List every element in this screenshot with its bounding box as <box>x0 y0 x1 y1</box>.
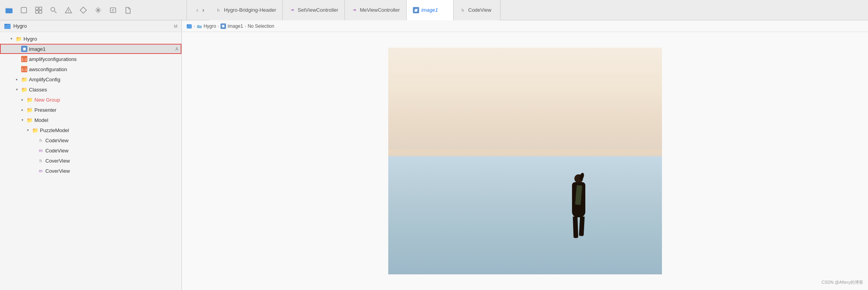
json-icon-amplify: {…} <box>21 56 27 62</box>
svg-rect-11 <box>110 8 116 13</box>
svg-line-8 <box>54 11 56 13</box>
swift-file-icon-set: ↠ <box>289 7 295 13</box>
label-coverview-m: CoverView <box>45 168 70 174</box>
sidebar-item-presenter[interactable]: 📁 Presenter <box>0 105 181 115</box>
navigation-arrows: ‹ › <box>192 6 209 14</box>
image-preview <box>388 48 662 274</box>
disclosure-classes <box>14 87 20 92</box>
sidebar-item-puzzle-model[interactable]: 📁 PuzzleModel <box>0 125 181 135</box>
svg-rect-16 <box>5 24 7 25</box>
watermark: CSDN @Aftery的博客 <box>821 279 863 285</box>
tab-setviewcontroller-label: SetViewController <box>298 7 338 13</box>
h-icon-codeview: h <box>38 137 44 143</box>
tab-meviewcontroller-label: MeViewController <box>360 7 400 13</box>
badge-icon[interactable] <box>109 6 117 14</box>
breadcrumb-item-image1: ▣ image1 <box>221 23 243 29</box>
sidebar-item-image1[interactable]: ▣ image1 A <box>0 44 181 54</box>
forward-button[interactable]: › <box>201 6 206 14</box>
breadcrumb-sep-1: › <box>194 24 195 29</box>
swift-file-icon-me: ↠ <box>351 7 357 13</box>
beach-image <box>388 48 662 274</box>
label-amplify-config: amplifyconfigurations <box>29 56 77 62</box>
svg-rect-15 <box>4 25 11 29</box>
folder-icon-presenter: 📁 <box>27 107 33 113</box>
breadcrumb-bar: › Hygro › ▣ image1 › No Selection <box>182 20 868 32</box>
folder-icon-hygro: 📁 <box>16 36 22 42</box>
tab-bar-container: ‹ › h Hygro-Bridging-Header ↠ SetViewCon… <box>187 0 863 20</box>
warning-icon[interactable] <box>64 6 73 14</box>
sparkle-icon[interactable] <box>94 6 102 14</box>
breadcrumb-label-no-selection: No Selection <box>247 23 274 29</box>
label-model: Model <box>34 117 48 123</box>
person-legs <box>573 217 584 238</box>
back-button[interactable]: ‹ <box>195 6 200 14</box>
label-puzzle-model: PuzzleModel <box>40 127 69 133</box>
project-root: Hygro <box>4 23 174 30</box>
label-aws-config: awsconfiguration <box>29 66 67 72</box>
m-icon-coverview: m <box>38 168 44 174</box>
tab-meviewcontroller[interactable]: ↠ MeViewController <box>345 0 406 20</box>
folder-icon-new-group: 📁 <box>27 97 33 103</box>
project-badge: M <box>174 24 178 29</box>
sidebar-item-codeview-h[interactable]: h CodeView <box>0 135 181 145</box>
diamond-icon[interactable] <box>79 6 88 14</box>
disclosure-hygro <box>9 36 14 41</box>
tab-bridging-header[interactable]: h Hygro-Bridging-Header <box>209 0 283 20</box>
label-presenter: Presenter <box>34 107 56 113</box>
grid-icon[interactable] <box>34 6 43 14</box>
folder-icon-amplify: 📁 <box>21 76 27 82</box>
sidebar-item-model[interactable]: 📁 Model <box>0 115 181 125</box>
label-image1: image1 <box>29 46 46 52</box>
main-content: Hygro M 📁 Hygro ▣ image1 A {…} am <box>0 20 868 290</box>
sidebar-tree: 📁 Hygro ▣ image1 A {…} amplifyconfigurat… <box>0 32 181 290</box>
breadcrumb-label-hygro: Hygro <box>204 23 216 29</box>
tab-bridging-header-label: Hygro-Bridging-Header <box>224 7 276 13</box>
tab-codeview[interactable]: h CodeView <box>454 0 500 20</box>
folder-icon[interactable] <box>5 6 13 14</box>
tab-setviewcontroller[interactable]: ↠ SetViewController <box>283 0 345 20</box>
sidebar-header: Hygro M <box>0 20 181 32</box>
svg-rect-4 <box>39 7 42 10</box>
label-new-group: New Group <box>34 97 60 103</box>
sidebar-item-coverview-m[interactable]: m CoverView <box>0 166 181 176</box>
disclosure-presenter <box>20 107 25 113</box>
sidebar-item-new-group[interactable]: 📁 New Group <box>0 95 181 105</box>
header-file-icon: h <box>215 7 222 13</box>
svg-rect-2 <box>21 7 27 13</box>
sidebar-item-coverview-h[interactable]: h CoverView <box>0 156 181 166</box>
doc-icon[interactable] <box>124 6 132 14</box>
disclosure-amplify-group <box>14 77 20 82</box>
folder-icon-classes: 📁 <box>21 86 27 93</box>
h-icon-coverview: h <box>38 158 44 164</box>
sidebar-item-amplify-config-group[interactable]: 📁 AmplifyConfig <box>0 74 181 84</box>
breadcrumb-item-project-icon <box>187 23 192 29</box>
project-small-icon <box>187 23 192 29</box>
sidebar-item-aws-config[interactable]: {…} awsconfiguration <box>0 64 181 74</box>
json-icon-aws: {…} <box>21 66 27 72</box>
breadcrumb-item-hygro-folder: Hygro <box>197 23 216 29</box>
breadcrumb-sep-3: › <box>245 24 246 29</box>
person-silhouette <box>572 174 585 238</box>
beach-water <box>388 156 662 274</box>
label-codeview-m: CodeView <box>45 148 68 154</box>
search-icon[interactable] <box>49 6 58 14</box>
tab-codeview-label: CodeView <box>468 7 491 13</box>
stop-icon[interactable] <box>20 6 28 14</box>
breadcrumb-item-no-selection: No Selection <box>247 23 274 29</box>
label-classes: Classes <box>29 87 47 93</box>
folder-icon-puzzle-model: 📁 <box>32 127 38 133</box>
person-leg-right <box>579 217 585 236</box>
m-icon-codeview: m <box>38 147 44 154</box>
sidebar-item-classes[interactable]: 📁 Classes <box>0 84 181 95</box>
svg-point-10 <box>68 12 69 13</box>
sidebar-item-codeview-m[interactable]: m CodeView <box>0 145 181 156</box>
sidebar-item-amplify-config[interactable]: {…} amplifyconfigurations <box>0 54 181 64</box>
disclosure-model <box>20 117 25 123</box>
toolbar-left <box>5 6 187 14</box>
person-head <box>574 174 583 183</box>
editor: › Hygro › ▣ image1 › No Selection <box>182 20 868 290</box>
sidebar-item-hygro-root[interactable]: 📁 Hygro <box>0 34 181 44</box>
sidebar: Hygro M 📁 Hygro ▣ image1 A {…} am <box>0 20 182 290</box>
tab-image1[interactable]: ▣ image1 <box>407 0 454 20</box>
breadcrumb-sep-2: › <box>218 24 219 29</box>
